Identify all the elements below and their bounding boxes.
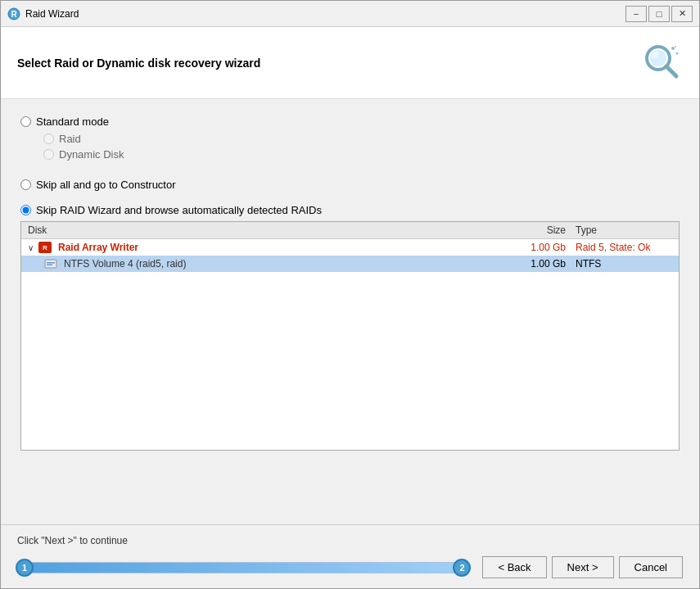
standard-mode-label: Standard mode <box>36 116 109 128</box>
dynamic-disk-sub-option[interactable]: Dynamic Disk <box>43 148 680 161</box>
window-title: Raid Wizard <box>25 8 625 20</box>
close-button[interactable]: ✕ <box>671 6 693 22</box>
row-disk-2: NTFS Volume 4 (raid5, raid) <box>44 258 500 270</box>
window-controls: − □ ✕ <box>625 6 693 22</box>
cancel-button[interactable]: Cancel <box>619 556 683 578</box>
expand-icon[interactable]: ∨ <box>28 243 34 252</box>
buttons-area: < Back Next > Cancel <box>482 556 683 578</box>
row-disk-1: ∨ R Raid Array Writer <box>28 242 500 253</box>
skip-raid-label: Skip RAID Wizard and browse automaticall… <box>36 204 322 216</box>
raid-sub-option[interactable]: Raid <box>43 133 680 145</box>
next-button[interactable]: Next > <box>552 556 614 578</box>
row-type-1: Raid 5, State: Ok <box>566 242 672 253</box>
raid-icon: R <box>38 242 52 253</box>
footer-hint: Click "Next >" to continue <box>17 535 683 546</box>
content-area: Standard mode Raid Dynamic Disk Skip all… <box>1 99 699 524</box>
svg-point-7 <box>676 52 679 55</box>
table-row[interactable]: ∨ R Raid Array Writer 1.00 Gb Raid 5, St… <box>21 239 679 256</box>
skip-raid-radio[interactable] <box>20 205 31 215</box>
raid-sub-radio[interactable] <box>43 134 54 144</box>
disk-table: Disk Size Type ∨ R Raid Array Writer 1.0… <box>20 221 680 451</box>
row-size-2: 1.00 Gb <box>500 258 566 270</box>
svg-text:R: R <box>11 10 17 19</box>
col-type: Type <box>566 224 672 236</box>
svg-point-6 <box>671 47 675 50</box>
back-button[interactable]: < Back <box>482 556 546 578</box>
dynamic-disk-label: Dynamic Disk <box>59 148 124 161</box>
dynamic-disk-radio[interactable] <box>43 149 54 160</box>
standard-mode-radio[interactable] <box>20 116 31 127</box>
table-header: Disk Size Type <box>21 222 679 239</box>
col-size: Size <box>500 224 566 236</box>
row-size-1: 1.00 Gb <box>500 242 566 253</box>
skip-constructor-radio[interactable] <box>20 179 31 190</box>
svg-rect-10 <box>46 261 56 267</box>
header-icon <box>640 40 683 85</box>
progress-bar-container: 1 2 <box>17 559 469 577</box>
footer-bottom: 1 2 < Back Next > Cancel <box>17 556 683 578</box>
svg-rect-11 <box>47 262 55 264</box>
svg-point-3 <box>650 50 666 66</box>
title-bar: R Raid Wizard − □ ✕ <box>1 1 699 27</box>
progress-circle-1: 1 <box>16 559 34 577</box>
row-type-2: NTFS <box>566 258 672 270</box>
skip-constructor-label: Skip all and go to Constructor <box>36 179 176 191</box>
header-title: Select Raid or Dynamic disk recovery wiz… <box>17 57 260 70</box>
row-name-1: Raid Array Writer <box>58 242 138 253</box>
table-body: ∨ R Raid Array Writer 1.00 Gb Raid 5, St… <box>21 239 679 447</box>
raid-sub-label: Raid <box>59 133 81 145</box>
app-icon: R <box>7 7 20 20</box>
svg-line-4 <box>666 66 676 76</box>
maximize-button[interactable]: □ <box>648 6 670 22</box>
sub-options: Raid Dynamic Disk <box>43 133 680 161</box>
volume-icon <box>44 258 57 270</box>
table-row[interactable]: NTFS Volume 4 (raid5, raid) 1.00 Gb NTFS <box>21 256 679 272</box>
row-name-2: NTFS Volume 4 (raid5, raid) <box>64 258 186 270</box>
footer-area: Click "Next >" to continue 1 2 <box>1 524 699 588</box>
skip-raid-option[interactable]: Skip RAID Wizard and browse automaticall… <box>20 204 680 216</box>
minimize-button[interactable]: − <box>625 6 647 22</box>
svg-rect-12 <box>47 265 52 266</box>
header-area: Select Raid or Dynamic disk recovery wiz… <box>1 27 699 99</box>
progress-circle-2: 2 <box>453 559 471 577</box>
main-window: R Raid Wizard − □ ✕ Select Raid or Dynam… <box>0 0 700 589</box>
skip-constructor-option[interactable]: Skip all and go to Constructor <box>20 179 680 191</box>
col-disk: Disk <box>28 224 500 236</box>
svg-point-8 <box>675 46 676 48</box>
standard-mode-option[interactable]: Standard mode <box>20 116 680 128</box>
